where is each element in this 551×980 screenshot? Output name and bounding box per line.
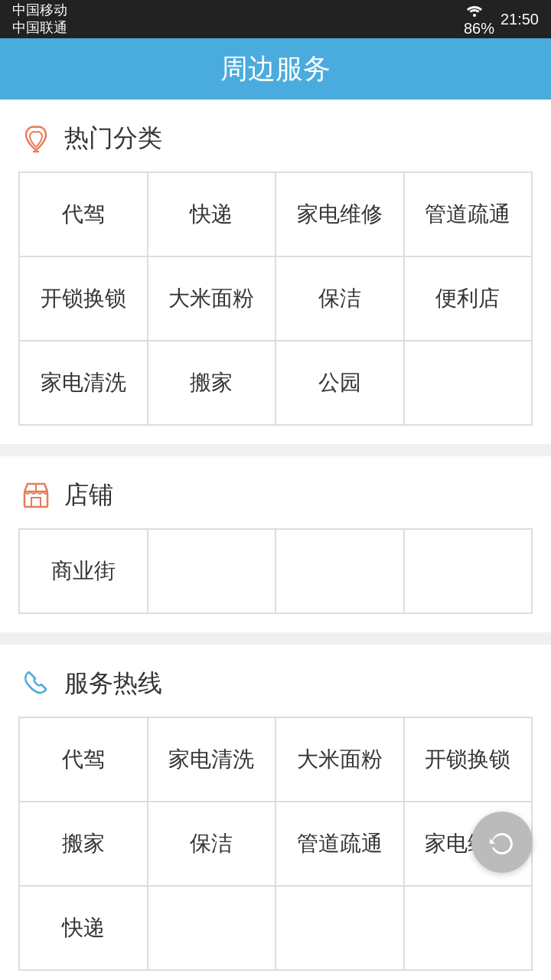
hotline-item-guandao[interactable]: 管道疏通 <box>276 802 404 886</box>
hotline-item-empty3 <box>404 886 533 970</box>
hotline-section: 服务热线 代驾 家电清洗 大米面粉 开锁换锁 搬家 保洁 管道疏通 家电维修 快… <box>0 645 551 980</box>
shops-section: 店铺 商业街 <box>0 456 551 632</box>
shops-header: 店铺 <box>0 456 551 528</box>
hot-categories-grid: 代驾 快递 家电维修 管道疏通 开锁换锁 大米面粉 保洁 便利店 家电清洗 搬家… <box>18 172 533 426</box>
status-bar: 中国移动 中国联通 86% 21:50 <box>0 0 551 38</box>
category-item-daiJia[interactable]: 代驾 <box>19 172 148 256</box>
category-item-kuaidi[interactable]: 快递 <box>148 172 276 256</box>
refresh-fab[interactable] <box>471 812 533 873</box>
signal-icons: 86% <box>464 2 494 38</box>
carrier-info: 中国移动 中国联通 <box>12 2 67 38</box>
hotline-item-dami[interactable]: 大米面粉 <box>276 717 404 802</box>
hotline-grid: 代驾 家电清洗 大米面粉 开锁换锁 搬家 保洁 管道疏通 家电维修 快递 <box>18 717 533 971</box>
hotline-item-daijia[interactable]: 代驾 <box>19 717 148 802</box>
refresh-icon <box>487 827 517 858</box>
hotline-title: 服务热线 <box>64 667 162 701</box>
category-item-bianlidian[interactable]: 便利店 <box>404 256 533 341</box>
hotline-item-empty2 <box>276 886 404 970</box>
time: 21:50 <box>500 11 539 28</box>
page-title: 周边服务 <box>220 51 331 88</box>
wifi-icon <box>464 2 485 20</box>
hotline-item-jiadian-qingxi[interactable]: 家电清洗 <box>148 717 276 802</box>
hot-categories-header: 热门分类 <box>0 100 551 172</box>
svg-point-0 <box>473 14 476 17</box>
hotline-header: 服务热线 <box>0 645 551 717</box>
hot-icon <box>18 121 54 156</box>
shops-title: 店铺 <box>64 479 113 512</box>
phone-icon <box>18 666 54 701</box>
status-right: 86% 21:50 <box>464 2 539 38</box>
battery-text: 86% <box>464 20 494 37</box>
shop-item-empty2 <box>276 529 404 613</box>
shops-grid: 商业街 <box>18 528 533 614</box>
shop-item-commercial-street[interactable]: 商业街 <box>19 529 148 613</box>
category-item-dami[interactable]: 大米面粉 <box>148 256 276 341</box>
category-item-guandao[interactable]: 管道疏通 <box>404 172 533 256</box>
category-item-kaisuo[interactable]: 开锁换锁 <box>19 256 148 341</box>
shop-item-empty1 <box>148 529 276 613</box>
category-item-banjia[interactable]: 搬家 <box>148 341 276 425</box>
category-item-jiadian-weixiu[interactable]: 家电维修 <box>276 172 404 256</box>
shop-icon <box>18 478 54 513</box>
category-item-baojie[interactable]: 保洁 <box>276 256 404 341</box>
category-item-gongyuan[interactable]: 公园 <box>276 341 404 425</box>
hotline-item-kaisuo[interactable]: 开锁换锁 <box>404 717 533 802</box>
svg-rect-3 <box>31 498 41 507</box>
category-item-jiadian-qingxi[interactable]: 家电清洗 <box>19 341 148 425</box>
hot-categories-title: 热门分类 <box>64 122 162 155</box>
shop-item-empty3 <box>404 529 533 613</box>
hotline-item-banjia[interactable]: 搬家 <box>19 802 148 886</box>
carrier1: 中国移动 <box>12 2 67 19</box>
carrier2: 中国联通 <box>12 19 67 37</box>
hot-categories-section: 热门分类 代驾 快递 家电维修 管道疏通 开锁换锁 大米面粉 保洁 便利店 家电… <box>0 100 551 444</box>
hotline-item-baojie[interactable]: 保洁 <box>148 802 276 886</box>
category-item-empty <box>404 341 533 425</box>
page-header: 周边服务 <box>0 38 551 100</box>
hotline-item-empty1 <box>148 886 276 970</box>
hotline-item-kuaidi[interactable]: 快递 <box>19 886 148 970</box>
